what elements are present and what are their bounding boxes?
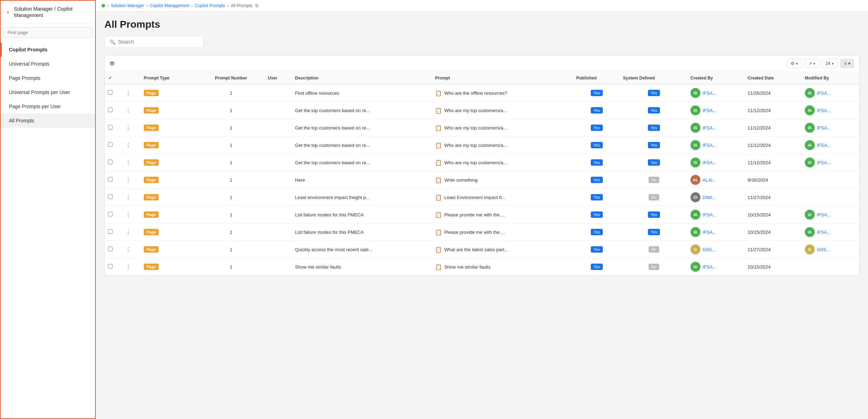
sidebar-item-page-prompts-per-user[interactable]: Page Prompts per User: [1, 99, 95, 114]
breadcrumb-copilot-management[interactable]: Copilot Management: [150, 3, 189, 8]
breadcrumb-copilot-prompts[interactable]: Copilot Prompts: [195, 3, 225, 8]
created-by-name[interactable]: ALAI...: [703, 177, 716, 183]
created-by-name[interactable]: IFSA...: [703, 90, 717, 96]
breadcrumb-solution-manager[interactable]: Solution Manager: [111, 3, 144, 8]
prompt-doc-icon: 📋: [435, 142, 442, 149]
system-defined-badge: Yes: [648, 229, 660, 235]
row-context-menu-button[interactable]: ⋮: [124, 263, 132, 271]
created-by-name[interactable]: IFSA...: [703, 230, 717, 235]
prompt-number: 1: [197, 154, 265, 171]
modified-by-name[interactable]: IFSA...: [817, 90, 831, 96]
search-input[interactable]: [118, 39, 198, 45]
created-by-name[interactable]: IFSA...: [703, 125, 717, 131]
row-checkbox[interactable]: [108, 107, 113, 112]
row-context-menu-button[interactable]: ⋮: [124, 89, 132, 97]
created-by-name[interactable]: IFSA...: [703, 212, 717, 217]
row-checkbox[interactable]: [108, 229, 113, 234]
prompt-description: List failure modes for this FMECA: [292, 206, 432, 224]
export-button[interactable]: ↗ ▾: [804, 59, 819, 68]
created-by-name[interactable]: DIMI...: [703, 195, 716, 200]
search-bar[interactable]: 🔍: [104, 36, 204, 48]
col-created-date: Created Date: [745, 72, 802, 84]
row-checkbox[interactable]: [108, 194, 113, 199]
created-by-name[interactable]: IFSA...: [703, 160, 717, 165]
col-created-by: Created By: [688, 72, 745, 84]
main-content: › Solution Manager › Copilot Management …: [96, 0, 868, 419]
created-date: 9/30/2024: [745, 171, 802, 189]
prompt-user: [265, 119, 293, 137]
back-button[interactable]: ‹: [5, 8, 11, 16]
prompt-doc-icon: 📋: [435, 125, 442, 131]
table-row: ⋮Page1Get the top customers based on re.…: [105, 137, 859, 154]
created-by-name[interactable]: IFSA...: [703, 108, 717, 113]
prompt-user: [265, 102, 293, 119]
system-defined-badge: No: [649, 264, 659, 270]
prompt-text: 📋Please provide me with the ...: [435, 211, 520, 218]
sidebar-item-universal-prompts[interactable]: Universal Prompts: [1, 57, 95, 71]
prompt-description: List failure modes for this FMECA: [292, 224, 432, 241]
row-context-menu-button[interactable]: ⋮: [124, 176, 132, 184]
row-checkbox[interactable]: [108, 212, 113, 216]
prompt-text-value: Least Environment Impact fr...: [444, 195, 506, 200]
prompt-doc-icon: 📋: [435, 90, 442, 97]
avatar: IA: [805, 88, 815, 98]
refresh-icon[interactable]: ↻: [255, 3, 259, 9]
per-page-value: 24: [826, 61, 830, 66]
prompt-doc-icon: 📋: [435, 264, 442, 270]
row-context-menu-button[interactable]: ⋮: [124, 159, 132, 167]
created-by-name[interactable]: IFSA...: [703, 143, 717, 148]
settings-button[interactable]: ⚙ ▾: [787, 59, 802, 68]
created-by-cell: DIDIMI...: [690, 192, 742, 202]
modified-by-name[interactable]: GIIS...: [817, 247, 830, 252]
created-by-name[interactable]: IFSA...: [703, 264, 717, 270]
sidebar-item-copilot-prompts[interactable]: Copilot Prompts: [1, 43, 95, 57]
sidebar-title: Solution Manager / Copilot Management: [14, 6, 91, 18]
modified-by-name[interactable]: IFSA...: [817, 143, 831, 148]
prompt-description: Find offline resources: [292, 84, 432, 102]
row-checkbox[interactable]: [108, 90, 113, 95]
modified-by-name[interactable]: IFSA...: [817, 108, 831, 113]
per-page-button[interactable]: 24 ▾: [822, 59, 837, 68]
system-defined-badge: Yes: [648, 159, 660, 166]
table-row: ⋮Page1Here📋Write somethingYesNoALALAI...…: [105, 171, 859, 189]
avatar: AL: [690, 175, 700, 185]
sidebar-item-page-prompts[interactable]: Page Prompts: [1, 71, 95, 85]
created-by-cell: IAIFSA...: [690, 227, 742, 237]
row-checkbox[interactable]: [108, 247, 113, 251]
modified-by-name[interactable]: IFSA...: [817, 230, 831, 235]
view-toggle-button[interactable]: ≡ ▾: [840, 59, 854, 68]
filter-button[interactable]: ⛃: [110, 60, 114, 67]
prompt-description: Get the top customers based on re...: [292, 137, 432, 154]
created-date: 10/15/2024: [745, 206, 802, 224]
row-context-menu-button[interactable]: ⋮: [124, 246, 132, 254]
modified-by-name[interactable]: IFSA...: [817, 160, 831, 165]
find-page-input[interactable]: [4, 27, 92, 38]
modified-by-name[interactable]: IFSA...: [817, 125, 831, 131]
created-by-cell: IAIFSA...: [690, 140, 742, 150]
row-checkbox[interactable]: [108, 264, 113, 269]
view-chevron-icon: ▾: [848, 61, 850, 66]
sidebar-item-all-prompts[interactable]: All Prompts: [1, 114, 95, 128]
created-by-cell: IAIFSA...: [690, 262, 742, 272]
row-checkbox[interactable]: [108, 177, 113, 182]
row-context-menu-button[interactable]: ⋮: [124, 141, 132, 149]
row-context-menu-button[interactable]: ⋮: [124, 228, 132, 236]
system-defined-badge: No: [649, 246, 659, 253]
row-checkbox[interactable]: [108, 142, 113, 147]
created-by-name[interactable]: GIIS...: [703, 247, 716, 252]
row-checkbox[interactable]: [108, 125, 113, 129]
prompt-doc-icon: 📋: [435, 246, 442, 253]
row-context-menu-button[interactable]: ⋮: [124, 124, 132, 132]
modified-by-name[interactable]: IFSA...: [817, 212, 831, 217]
row-context-menu-button[interactable]: ⋮: [124, 211, 132, 219]
row-context-menu-button[interactable]: ⋮: [124, 193, 132, 202]
prompt-user: [265, 258, 293, 276]
prompt-number: 1: [197, 258, 265, 276]
row-context-menu-button[interactable]: ⋮: [124, 106, 132, 115]
sidebar-item-universal-prompts-per-user[interactable]: Universal Prompts per User: [1, 85, 95, 99]
avatar: IA: [690, 158, 700, 167]
col-prompt: Prompt: [432, 72, 573, 84]
prompt-text-value: Who are my top customers/a...: [444, 125, 507, 131]
col-modified-by: Modified By: [802, 72, 859, 84]
row-checkbox[interactable]: [108, 160, 113, 164]
